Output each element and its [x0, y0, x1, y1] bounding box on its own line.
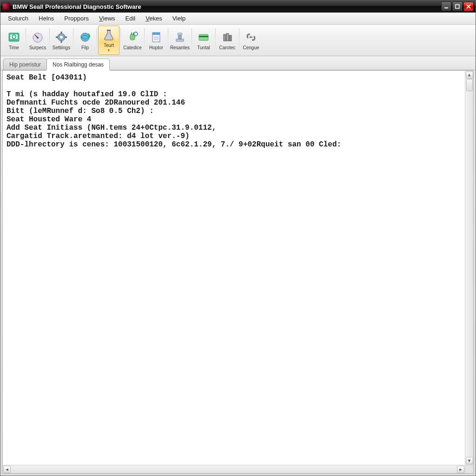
tuntal-label: Tuntal — [197, 46, 210, 50]
vertical-scrollbar[interactable]: ▲ ▼ — [465, 71, 473, 465]
gauge-icon — [31, 30, 45, 44]
svg-point-19 — [134, 32, 138, 36]
cylinders-icon — [220, 30, 234, 44]
teurt-label: Teurt — [104, 43, 114, 48]
output-text: Seat Belt [o43011) T mi (s hadday houtaf… — [3, 71, 465, 465]
document-icon — [149, 30, 163, 44]
svg-rect-21 — [152, 33, 160, 35]
minimize-button[interactable] — [441, 2, 451, 11]
tab-nos[interactable]: Nos Rialbingg desas — [46, 59, 110, 70]
menu-edil[interactable]: Edil — [121, 14, 140, 23]
menu-views[interactable]: Views — [94, 14, 119, 23]
carotec-button[interactable]: Carotec — [217, 26, 238, 55]
menu-bar: SolurchHelnsPropporsViewsEdilVekesVielp — [0, 13, 476, 25]
scroll-down-button[interactable]: ▼ — [466, 457, 473, 464]
svg-rect-29 — [224, 34, 226, 41]
file-label: Filp — [81, 46, 89, 50]
maximize-button[interactable] — [452, 2, 463, 11]
titlebar: BMW Seall Professional Diagnostic Softwa… — [0, 0, 476, 13]
tuntal-button[interactable]: Tuntal — [193, 26, 214, 55]
vertical-scroll-thumb[interactable] — [466, 79, 473, 91]
menu-helns[interactable]: Helns — [34, 14, 59, 23]
menu-solurch[interactable]: Solurch — [3, 14, 33, 23]
tab-hip[interactable]: Hip poeristur — [3, 59, 47, 70]
card-icon — [197, 30, 211, 44]
resantes-label: Resantes — [170, 46, 190, 50]
svg-rect-28 — [199, 36, 208, 37]
globe-refresh-icon — [78, 30, 92, 44]
settings-label: Settiings — [53, 46, 70, 50]
plug-refresh-icon — [126, 30, 139, 44]
svg-rect-27 — [199, 34, 208, 40]
file-button[interactable]: Filp — [74, 26, 96, 55]
menu-vekes[interactable]: Vekes — [141, 14, 166, 23]
close-button[interactable] — [463, 2, 474, 11]
settings-button[interactable]: Settiings — [51, 26, 72, 55]
menu-proppors[interactable]: Proppors — [60, 14, 93, 23]
catedice-button[interactable]: Catedice — [122, 26, 143, 55]
clock-icon — [7, 30, 21, 44]
link-icon — [244, 30, 258, 44]
resantes-button[interactable]: Resantes — [169, 26, 191, 55]
tab-row: Hip poeristurNos Rialbingg desas — [0, 56, 476, 70]
svg-point-13 — [81, 33, 89, 41]
svg-rect-30 — [226, 33, 229, 41]
scroll-left-button[interactable]: ◄ — [3, 466, 11, 473]
svg-rect-31 — [229, 35, 231, 41]
catedice-label: Catedice — [123, 46, 141, 50]
svg-rect-0 — [444, 7, 448, 8]
cengue-button[interactable]: Cengue — [240, 26, 262, 55]
app-window: BMW Seall Professional Diagnostic Softwa… — [0, 0, 476, 476]
hoptor-label: Hoptor — [149, 46, 163, 50]
scrollbar-corner — [465, 465, 473, 473]
window-controls — [441, 2, 474, 11]
svg-rect-26 — [178, 33, 182, 35]
window-title: BMW Seall Professional Diagnostic Softwa… — [13, 3, 141, 10]
time-button[interactable]: Time — [3, 26, 25, 55]
surpecs-label: Surpecs — [29, 46, 46, 50]
dropdown-arrow-icon: ▼ — [107, 48, 111, 53]
svg-rect-1 — [456, 5, 459, 8]
content-area: Seat Belt [o43011) T mi (s hadday houtaf… — [2, 70, 474, 474]
stamp-icon — [173, 30, 187, 44]
gear-icon — [54, 30, 68, 44]
carotec-label: Carotec — [219, 46, 235, 50]
svg-rect-24 — [176, 39, 184, 41]
surpecs-button[interactable]: Surpecs — [27, 26, 48, 55]
teurt-button[interactable]: Teurt▼ — [98, 26, 119, 55]
app-icon — [2, 3, 10, 10]
scroll-up-button[interactable]: ▲ — [466, 71, 473, 79]
time-label: Time — [9, 46, 19, 50]
menu-vielp[interactable]: Vielp — [168, 14, 191, 23]
horizontal-scrollbar[interactable]: ◄ ► — [3, 465, 465, 473]
toolbar: TimeSurpecsSettiingsFilpTeurt▼CatediceHo… — [0, 25, 476, 56]
svg-point-6 — [37, 37, 39, 39]
flask-icon — [102, 28, 116, 42]
svg-rect-15 — [107, 30, 111, 31]
cengue-label: Cengue — [243, 46, 259, 50]
hoptor-button[interactable]: Hoptor — [145, 26, 167, 55]
scroll-right-button[interactable]: ► — [457, 466, 464, 473]
svg-point-8 — [60, 36, 63, 39]
